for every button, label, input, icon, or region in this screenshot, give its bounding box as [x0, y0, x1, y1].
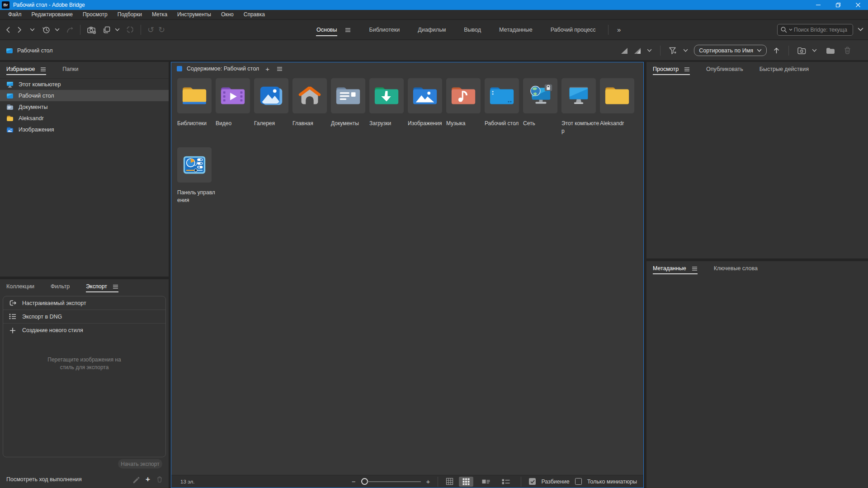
sort-dropdown[interactable]: Сортировать по Имя: [694, 45, 767, 56]
content-item-music[interactable]: Музыка: [446, 78, 481, 147]
zoom-out-button[interactable]: −: [352, 478, 356, 485]
export-hint-line2: стиль для экспорта: [3, 364, 165, 371]
search-box: [777, 24, 853, 36]
tab-publish[interactable]: Опубликовать: [706, 66, 743, 72]
thumbnails-only-checkbox[interactable]: [575, 478, 582, 485]
thumbnail-size-slider[interactable]: [361, 478, 421, 485]
this-pc-icon: [565, 84, 593, 108]
menu-window[interactable]: Окно: [216, 10, 239, 19]
export-action-label: Настраиваемый экспорт: [22, 300, 86, 306]
workspace-tab-output[interactable]: Вывод: [464, 27, 481, 33]
tab-metadata[interactable]: Метаданные: [653, 265, 698, 272]
tab-favorites[interactable]: Избранное: [6, 66, 46, 72]
panel-menu-icon[interactable]: [40, 67, 46, 71]
filter-funnel-icon[interactable]: [669, 47, 677, 55]
workspace-overflow-button[interactable]: »: [617, 26, 621, 33]
content-item-control-panel[interactable]: Панель управления: [177, 147, 212, 216]
content-title: Содержимое: Рабочий стол: [187, 66, 259, 72]
menu-edit[interactable]: Редактирование: [27, 10, 78, 19]
grid-lock-button[interactable]: [446, 478, 453, 485]
navigate-menu-chevron-icon[interactable]: [30, 28, 35, 32]
workspace-tab-metadata[interactable]: Метаданные: [499, 27, 533, 33]
thumbnail-view-button[interactable]: [459, 477, 473, 487]
workspace-tab-libraries[interactable]: Библиотеки: [369, 27, 400, 33]
details-view-button[interactable]: [479, 477, 493, 487]
content-item-downloads[interactable]: Загрузки: [369, 78, 404, 147]
tab-folders[interactable]: Папки: [62, 66, 78, 72]
content-item-pictures[interactable]: Изображения: [408, 78, 442, 147]
content-item-home[interactable]: Главная: [292, 78, 327, 147]
slider-track[interactable]: [368, 481, 421, 482]
favorite-desktop[interactable]: Рабочий стол: [0, 90, 169, 101]
preview-quality-icon[interactable]: [634, 47, 641, 54]
tab-filter[interactable]: Фильтр: [51, 283, 70, 290]
content-item-libraries[interactable]: Библиотеки: [177, 78, 212, 147]
tab-keywords[interactable]: Ключевые слова: [714, 265, 758, 272]
favorite-documents[interactable]: Документы: [0, 101, 169, 113]
breadcrumb[interactable]: Рабочий стол: [5, 40, 52, 61]
content-item-gallery[interactable]: Галерея: [254, 78, 288, 147]
menu-tools[interactable]: Инструменты: [172, 10, 216, 19]
quality-chevron-icon[interactable]: [647, 49, 652, 52]
export-new-preset-row[interactable]: Создание нового стиля: [3, 324, 165, 337]
add-content-tab-button[interactable]: +: [265, 65, 269, 73]
content-item-documents[interactable]: Документы: [331, 78, 365, 147]
panel-menu-icon[interactable]: [684, 67, 690, 71]
filter-chevron-icon[interactable]: [683, 49, 688, 52]
menu-help[interactable]: Справка: [239, 10, 270, 19]
split-view-checkbox[interactable]: [529, 478, 536, 485]
export-dng-row[interactable]: Экспорт в DNG: [3, 310, 165, 324]
workspace-tab-workflow[interactable]: Рабочий процесс: [551, 27, 596, 33]
sort-ascending-button[interactable]: [773, 47, 780, 54]
panel-menu-icon[interactable]: [113, 284, 118, 289]
content-item-this-pc[interactable]: Этот компьютер: [561, 78, 596, 147]
favorite-label: Рабочий стол: [19, 93, 54, 99]
workspace-menu-icon[interactable]: [345, 28, 351, 32]
back-button[interactable]: [5, 26, 12, 34]
zoom-in-button[interactable]: +: [426, 478, 430, 485]
menu-stacks[interactable]: Подборки: [113, 10, 147, 19]
minimize-button[interactable]: [808, 0, 828, 10]
tab-preview[interactable]: Просмотр: [653, 66, 690, 72]
bridge-logo-icon: Br: [2, 1, 9, 9]
content-menu-icon[interactable]: [277, 66, 283, 71]
rotate-ccw-button: ↺: [147, 26, 154, 34]
workspace-tab-essentials[interactable]: Основы: [316, 27, 337, 33]
recent-folder-chevron-icon[interactable]: [812, 49, 817, 52]
content-item-desktop[interactable]: Рабочий стол: [485, 78, 519, 147]
new-folder-button[interactable]: [826, 47, 835, 54]
tab-quick-actions[interactable]: Быстрые действия: [760, 66, 809, 72]
batch-stack-button[interactable]: [102, 26, 111, 34]
content-item-network[interactable]: Сеть: [523, 78, 557, 147]
get-photos-camera-button[interactable]: [87, 25, 96, 34]
menu-label[interactable]: Метка: [147, 10, 172, 19]
search-input[interactable]: [794, 27, 850, 33]
favorite-pictures[interactable]: Изображения: [0, 124, 169, 135]
menu-view[interactable]: Просмотр: [78, 10, 113, 19]
history-chevron-icon[interactable]: [55, 28, 60, 32]
add-preset-button[interactable]: +: [146, 476, 150, 483]
restore-button[interactable]: [828, 0, 848, 10]
search-options-chevron-icon[interactable]: [858, 28, 863, 32]
favorite-this-pc[interactable]: Этот компьютер: [0, 79, 169, 90]
content-header: Содержимое: Рабочий стол +: [171, 62, 643, 75]
content-item-aleksandr[interactable]: Aleksandr: [600, 78, 634, 147]
thumbnail-quality-icon[interactable]: [621, 47, 628, 54]
recent-history-button[interactable]: [42, 25, 51, 34]
tab-export[interactable]: Экспорт: [86, 283, 118, 290]
left-column: Избранное Папки Этот компьютер Рабочий с…: [0, 62, 169, 488]
content-item-videos[interactable]: Видео: [216, 78, 250, 147]
export-custom-row[interactable]: Настраиваемый экспорт: [3, 296, 165, 310]
list-view-button[interactable]: [499, 477, 513, 487]
close-button[interactable]: [848, 0, 868, 10]
menu-file[interactable]: Файл: [3, 10, 27, 19]
batch-chevron-icon[interactable]: [115, 28, 120, 32]
recent-folder-button[interactable]: [797, 47, 806, 54]
panel-menu-icon[interactable]: [692, 266, 698, 271]
forward-button[interactable]: [16, 26, 23, 34]
favorite-aleksandr[interactable]: Aleksandr: [0, 113, 169, 124]
slider-thumb[interactable]: [361, 478, 368, 485]
view-progress-label[interactable]: Посмотреть ход выполнения: [6, 476, 82, 483]
workspace-tab-filmstrip[interactable]: Диафильм: [418, 27, 446, 33]
tab-collections[interactable]: Коллекции: [6, 283, 34, 290]
